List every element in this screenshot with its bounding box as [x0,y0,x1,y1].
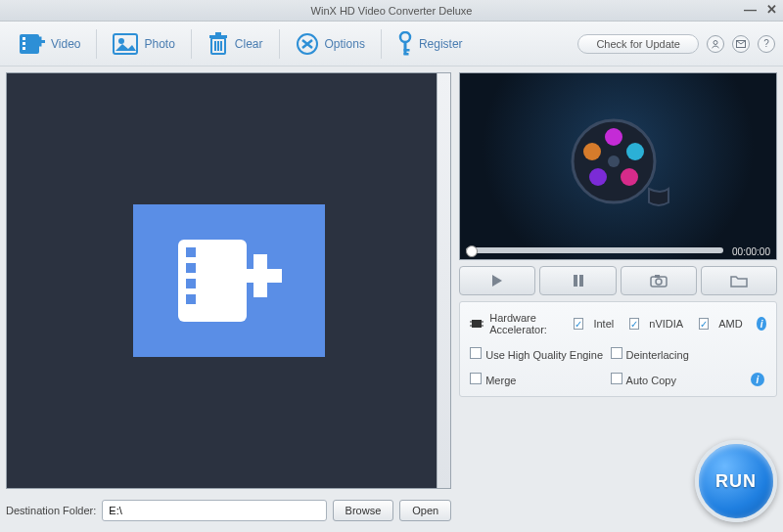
svg-point-19 [714,40,717,44]
autocopy-label: Auto Copy [626,375,676,386]
mail-icon[interactable] [732,35,750,53]
video-label: Video [51,37,80,51]
photo-icon [113,33,138,55]
options-label: Options [325,37,365,51]
destination-input[interactable] [102,500,326,521]
run-label: RUN [715,471,757,492]
browse-button[interactable]: Browse [333,500,394,521]
key-icon [397,31,413,57]
pause-button[interactable] [539,266,616,295]
merge-checkbox[interactable] [470,373,482,384]
merge-label: Merge [485,375,516,386]
media-controls [459,266,777,295]
autocopy-info-icon[interactable]: i [751,373,764,386]
svg-point-33 [583,143,601,160]
destination-label: Destination Folder: [6,505,96,516]
run-button[interactable]: RUN [695,440,777,522]
photo-button[interactable]: Photo [103,29,184,59]
destination-row: Destination Folder: Browse Open [6,495,451,526]
svg-rect-23 [186,263,196,273]
run-area: RUN [459,403,777,526]
separator [279,29,280,59]
nvidia-label: nVIDIA [649,318,683,330]
help-icon[interactable]: ? [758,35,775,53]
intel-label: Intel [593,318,614,330]
svg-point-15 [400,32,410,42]
svg-rect-35 [574,275,577,287]
seek-bar[interactable] [466,247,723,253]
intel-checkbox[interactable] [574,318,583,330]
options-icon [296,32,319,56]
svg-rect-3 [23,47,25,50]
hwaccel-row: Hardware Accelerator: Intel nVIDIA AMD i [470,312,766,335]
svg-rect-24 [186,279,196,288]
svg-rect-17 [403,49,409,52]
right-column: 00:00:00 Hardware Accelerator: Intel nVI… [455,66,783,532]
photo-label: Photo [144,37,174,51]
svg-rect-27 [253,254,267,297]
svg-point-34 [608,155,620,167]
clear-button[interactable]: Clear [198,28,273,60]
svg-rect-18 [403,53,408,56]
add-video-placeholder[interactable] [133,204,325,357]
film-reel-icon [565,112,672,220]
deint-label: Deinterlacing [626,349,689,361]
main-area: Destination Folder: Browse Open [0,66,783,532]
snapshot-button[interactable] [621,266,697,295]
svg-point-32 [589,168,607,186]
svg-rect-9 [209,35,227,38]
svg-point-30 [626,143,644,160]
svg-point-38 [656,279,662,285]
svg-rect-2 [23,42,25,45]
autocopy-checkbox[interactable] [611,373,622,384]
hq-label: Use High Quality Engine [485,349,603,361]
hwaccel-label: Hardware Accelerator: [489,312,562,335]
options-button[interactable]: Options [286,28,375,60]
register-label: Register [419,37,463,51]
video-plus-icon [18,32,45,56]
check-update-button[interactable]: Check for Update [577,34,699,54]
svg-point-31 [621,168,638,186]
amd-label: AMD [718,318,742,330]
svg-rect-40 [472,320,482,328]
clear-label: Clear [235,37,263,51]
close-button[interactable]: ✕ [766,2,777,17]
svg-rect-39 [655,275,660,278]
svg-rect-25 [186,294,196,304]
minimize-button[interactable]: — [744,2,757,17]
options-panel: Hardware Accelerator: Intel nVIDIA AMD i… [459,301,777,397]
svg-rect-22 [186,247,196,257]
svg-point-29 [605,128,622,146]
nvidia-checkbox[interactable] [629,318,639,330]
left-column: Destination Folder: Browse Open [0,66,455,532]
svg-rect-36 [579,275,583,287]
folder-button[interactable] [701,266,777,295]
amd-checkbox[interactable] [699,318,709,330]
video-button[interactable]: Video [8,28,90,60]
account-icon[interactable] [707,35,724,53]
preview-pane: 00:00:00 [459,72,777,260]
svg-rect-10 [215,32,221,35]
time-display: 00:00:00 [732,246,770,257]
svg-rect-5 [39,36,42,46]
title-bar: WinX HD Video Converter Deluxe — ✕ [0,0,783,22]
trash-icon [207,32,229,56]
main-toolbar: Video Photo Clear Options Register Check… [0,22,783,66]
chip-icon [470,318,484,330]
file-list-pane[interactable] [6,72,451,489]
window-controls: — ✕ [744,2,777,17]
deint-checkbox[interactable] [611,347,622,359]
separator [381,29,382,59]
quality-row: Use High Quality Engine Deinterlacing Me… [470,347,766,386]
open-button[interactable]: Open [399,500,451,521]
hq-checkbox[interactable] [470,347,482,359]
register-button[interactable]: Register [388,27,473,61]
app-title: WinX HD Video Converter Deluxe [311,5,473,17]
separator [191,29,192,59]
list-scrollbar[interactable] [437,73,450,488]
hwaccel-info-icon[interactable]: i [757,317,766,331]
svg-point-7 [118,38,124,44]
separator [96,29,97,59]
play-button[interactable] [459,266,535,295]
svg-rect-16 [403,41,406,55]
